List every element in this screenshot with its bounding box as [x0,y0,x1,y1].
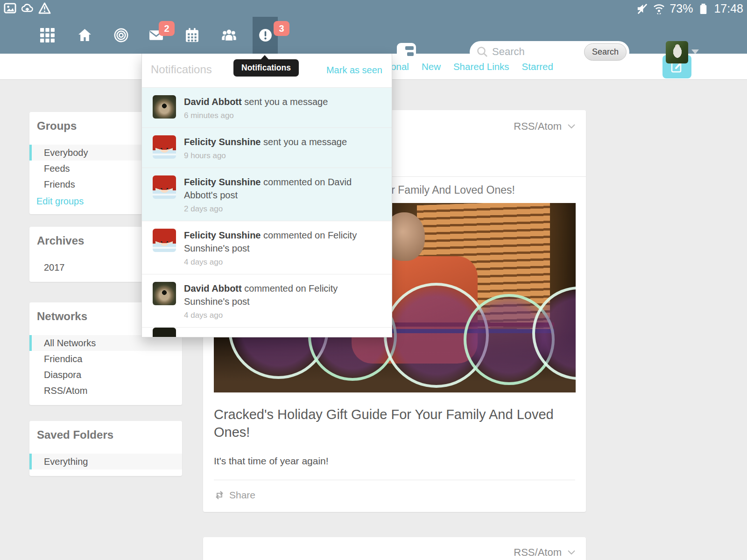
nav-contacts-button[interactable] [216,17,241,54]
search-icon [476,46,488,58]
notification-action: sent you a message [263,137,347,147]
wifi-icon [653,2,665,15]
notification-actor: Felicity Sunshine [184,230,261,240]
notification-actor: Felicity Sunshine [184,137,261,147]
warning-icon [38,2,51,14]
messages-badge: 2 [159,21,175,36]
top-navbar: 2 3 Search [0,17,747,54]
search-input[interactable] [492,42,590,62]
notification-time: 4 days ago [184,258,380,267]
share-button[interactable]: Share [214,490,575,501]
notification-avatar [153,328,176,337]
notification-item[interactable]: Felicity Sunshine commented on David Abb… [142,168,392,221]
chevron-down-icon[interactable] [567,549,576,556]
post-title: Cracked's Holiday Gift Guide For Your Fa… [214,406,575,441]
notification-avatar [153,229,176,252]
notifications-list: David Abbott sent you a message 6 minute… [142,87,392,327]
sidebar-item-network[interactable]: Friendica [29,351,182,367]
notification-item[interactable]: Felicity Sunshine sent you a message 9 h… [142,127,392,168]
notifications-tooltip: Notifications [233,59,299,77]
battery-icon [697,2,710,15]
notification-item[interactable]: David Abbott sent you a message 6 minute… [142,87,392,127]
mark-as-seen-link[interactable]: Mark as seen [326,65,382,76]
next-post-card: RSS/Atom [203,537,586,560]
divider [214,480,575,480]
sidebar-item-network[interactable]: All Networks [29,335,182,351]
notification-actor: David Abbott [184,97,242,107]
notifications-title: Notifications [151,63,212,76]
alert-icon [258,28,273,43]
notification-item-partial[interactable] [142,327,392,335]
notifications-dropdown: Notifications Mark as seen David Abbott … [141,54,392,337]
home-icon [77,28,92,43]
feed-tab[interactable]: New [422,61,441,72]
notification-action: sent you a message [244,97,328,107]
notification-time: 6 minutes ago [184,111,328,120]
friendica-logo[interactable] [397,43,416,62]
post-network-badge[interactable]: RSS/Atom [514,546,562,559]
notification-time: 4 days ago [184,311,380,320]
retweet-icon [214,490,225,500]
clock: 17:48 [714,2,743,15]
notification-item[interactable]: David Abbott commented on Felicity Sunsh… [142,274,392,327]
notification-time: 2 days ago [184,204,380,214]
nav-events-button[interactable] [179,17,204,54]
battery-percent: 73% [669,2,693,15]
user-avatar[interactable] [666,41,688,63]
grid-icon [40,28,55,43]
saved-folders-title: Saved Folders [29,421,182,448]
target-icon [113,28,129,43]
notification-item[interactable]: Felicity Sunshine commented on Felicity … [142,221,392,274]
nav-apps-button[interactable] [35,17,60,54]
sidebar-item-network[interactable]: RSS/Atom [29,383,182,399]
screen: 73% 17:48 2 3 [0,0,747,560]
sidebar-item-folder[interactable]: Everything [29,454,182,469]
people-icon [221,28,237,43]
android-status-bar: 73% 17:48 [0,0,747,17]
nav-network-button[interactable] [108,17,134,54]
notification-avatar [153,95,176,119]
notification-time: 9 hours ago [184,151,347,161]
notification-actor: David Abbott [184,283,242,294]
notifications-badge: 3 [274,21,289,36]
notification-avatar [153,175,176,199]
screenshot-icon [4,2,16,14]
sidebar-item-network[interactable]: Diaspora [29,367,182,383]
notification-avatar [153,135,176,159]
post-body: It's that time of year again! [214,455,575,467]
mute-icon [636,2,648,15]
chevron-down-icon[interactable] [691,49,699,54]
notification-actor: Felicity Sunshine [184,177,261,187]
saved-folders-panel: Saved Folders Everything [29,421,182,476]
nav-home-button[interactable] [72,17,97,54]
search-button[interactable]: Search [584,43,627,61]
notification-avatar [153,282,176,305]
cloud-upload-icon [21,2,34,14]
share-label: Share [229,490,255,501]
calendar-icon [184,28,200,43]
post-network-badge[interactable]: RSS/Atom [514,120,562,133]
chevron-down-icon[interactable] [567,123,576,130]
search-box: Search [470,41,629,63]
